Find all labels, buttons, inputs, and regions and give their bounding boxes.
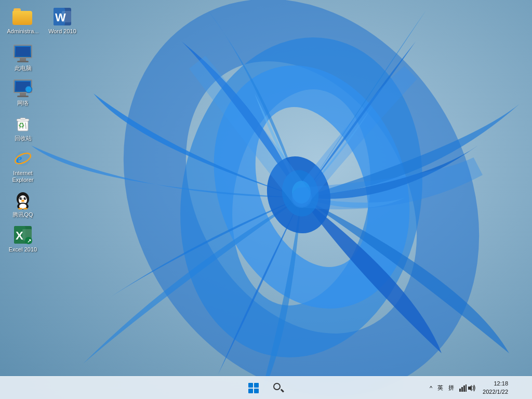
ie-icon-item[interactable]: e Internet Explorer [4,146,42,185]
search-button[interactable] [268,379,289,397]
desktop: Administra... W Word 2010 [0,0,532,399]
ie-icon: e [12,148,33,169]
administrator-folder-label: Administra... [7,28,38,35]
taskbar: ^ 英 拼 [0,376,532,399]
qq-icon [12,190,33,210]
volume-tray-icon [468,384,476,392]
svg-point-23 [20,197,22,200]
svg-point-6 [292,181,311,204]
windows-logo [248,383,259,393]
system-icons-button[interactable] [458,383,477,393]
clock-date: 2022/1/22 [483,388,508,396]
monitor-icon [12,43,33,64]
clock-time: 12:18 [494,380,508,388]
tray-overflow-button[interactable]: ^ [428,384,434,392]
language-en-label: 英 [437,384,443,391]
svg-rect-38 [459,389,461,392]
svg-point-26 [25,197,26,198]
svg-rect-13 [20,118,25,119]
svg-point-5 [278,167,323,220]
administrator-folder-icon[interactable]: Administra... [4,4,42,37]
notification-icon [517,384,524,392]
svg-point-27 [21,200,24,202]
excel-2010-label: Excel 2010 [9,246,37,253]
svg-rect-40 [463,385,465,392]
language-pinyin-button[interactable]: 拼 [447,383,456,393]
taskbar-right: ^ 英 拼 [428,379,532,397]
svg-rect-10 [62,11,71,22]
svg-point-25 [21,197,22,198]
svg-text:X: X [16,229,23,242]
svg-rect-39 [461,387,463,392]
recycle-icon: ♻ [12,113,33,134]
language-pinyin-label: 拼 [448,384,454,391]
excel-2010-icon[interactable]: X ↗ Excel 2010 [4,222,42,255]
this-pc-label: 此电脑 [15,65,32,72]
svg-point-24 [24,197,26,200]
svg-marker-42 [468,385,472,391]
network-icon-item[interactable]: 🌐 网络 [4,76,42,109]
svg-line-16 [25,123,26,129]
folder-icon [12,6,33,27]
excel-icon: X ↗ [12,224,33,245]
svg-point-2 [186,48,417,347]
clock[interactable]: 12:18 2022/1/22 [480,379,511,397]
start-button[interactable] [243,379,264,397]
taskbar-center [243,379,289,397]
svg-rect-41 [466,384,467,392]
this-pc-icon[interactable]: 此电脑 [4,41,42,74]
qq-label: 腾讯QQ [12,211,33,218]
network-tray-icon [459,384,467,392]
language-en-button[interactable]: 英 [436,383,445,393]
svg-text:↗: ↗ [27,238,31,244]
svg-point-3 [208,64,416,310]
network-icon: 🌐 [12,78,33,99]
desktop-icons: Administra... W Word 2010 [4,4,81,256]
svg-rect-43 [517,384,524,392]
notification-button[interactable] [513,379,528,397]
svg-point-1 [96,0,507,399]
qq-icon-item[interactable]: 腾讯QQ [4,188,42,220]
recycle-bin-icon[interactable]: ♻ 回收站 [4,111,42,144]
svg-text:♻: ♻ [18,121,25,129]
word-2010-icon[interactable]: W Word 2010 [44,4,81,37]
network-label: 网络 [17,100,29,107]
svg-point-4 [259,149,339,241]
tray-overflow-caret: ^ [430,385,432,391]
recycle-bin-label: 回收站 [15,135,32,142]
search-icon [273,383,284,393]
word-2010-label: Word 2010 [48,28,76,35]
word-icon: W [52,6,73,27]
ie-label: Internet Explorer [6,170,39,183]
